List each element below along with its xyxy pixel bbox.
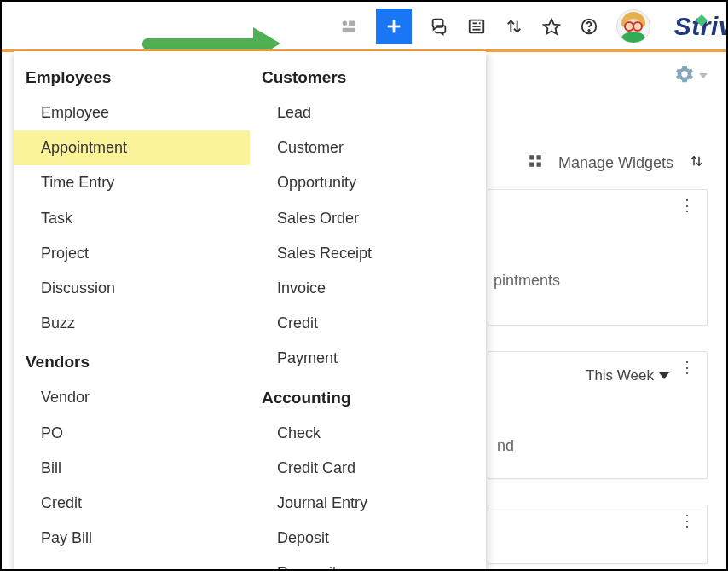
dropdown-item-time-entry[interactable]: Time Entry (14, 165, 250, 200)
svg-rect-18 (536, 163, 540, 167)
dropdown-item-vendor[interactable]: Vendor (14, 380, 250, 415)
news-icon[interactable] (466, 16, 487, 37)
time-range-label: This Week (586, 367, 654, 384)
dropdown-column-1: EmployeesEmployeeAppointmentTime EntryTa… (14, 66, 250, 571)
star-icon[interactable] (541, 16, 562, 37)
dropdown-item-check[interactable]: Check (250, 416, 486, 451)
card-menu-icon[interactable]: ⋮ (679, 364, 695, 372)
create-new-button[interactable] (376, 9, 412, 44)
svg-rect-1 (349, 20, 355, 25)
svg-marker-12 (544, 19, 559, 33)
dropdown-item-employee[interactable]: Employee (14, 95, 250, 130)
dashboard-card-1: ⋮ pintments (488, 189, 708, 326)
chevron-down-icon (699, 73, 708, 78)
dropdown-heading: Vendors (14, 341, 250, 380)
brand-logo[interactable]: Striven (674, 12, 706, 41)
card-menu-icon[interactable]: ⋮ (679, 202, 695, 210)
dashboard-card-2: This Week ⋮ nd (488, 351, 708, 479)
dropdown-item-journal-entry[interactable]: Journal Entry (250, 486, 486, 521)
manage-widgets-link[interactable]: Manage Widgets (558, 154, 673, 172)
dropdown-item-po[interactable]: PO (14, 416, 250, 451)
grid-icon[interactable] (528, 153, 543, 173)
dashboard-card-3: ⋮ (488, 505, 708, 564)
create-new-dropdown: EmployeesEmployeeAppointmentTime EntryTa… (14, 51, 486, 571)
dropdown-item-customer[interactable]: Customer (250, 130, 486, 165)
dropdown-item-task[interactable]: Task (14, 201, 250, 236)
svg-rect-15 (529, 155, 534, 159)
chat-icon[interactable] (429, 16, 449, 37)
svg-rect-17 (529, 163, 534, 167)
dropdown-heading: Accounting (250, 377, 486, 416)
sort-widgets-icon[interactable] (689, 153, 704, 173)
card2-text: nd (497, 437, 514, 455)
dropdown-item-credit[interactable]: Credit (14, 486, 250, 521)
dropdown-item-payment[interactable]: Payment (250, 341, 486, 376)
svg-point-0 (342, 20, 347, 25)
dropdown-item-project[interactable]: Project (14, 236, 250, 271)
user-avatar[interactable] (616, 9, 650, 43)
dropdown-item-reconcile[interactable]: Reconcile (250, 556, 486, 571)
dropdown-item-sales-receipt[interactable]: Sales Receipt (250, 236, 486, 271)
page-settings[interactable] (675, 65, 708, 87)
card-menu-icon[interactable]: ⋮ (679, 517, 695, 525)
dropdown-item-opportunity[interactable]: Opportunity (250, 165, 486, 200)
dashboard-icon[interactable] (338, 16, 359, 37)
dropdown-item-credit-card[interactable]: Credit Card (250, 451, 486, 486)
dropdown-item-deposit[interactable]: Deposit (250, 521, 486, 556)
app-header: Striven (2, 2, 726, 51)
dropdown-item-pay-bill[interactable]: Pay Bill (14, 521, 250, 556)
help-icon[interactable] (579, 16, 599, 37)
dropdown-item-lead[interactable]: Lead (250, 95, 486, 130)
time-range-selector[interactable]: This Week (586, 367, 669, 384)
svg-point-14 (588, 29, 589, 30)
svg-rect-16 (536, 155, 540, 159)
gear-icon (675, 65, 694, 87)
svg-rect-2 (342, 27, 355, 32)
dropdown-column-2: CustomersLeadCustomerOpportunitySales Or… (250, 66, 486, 571)
dropdown-heading: Employees (14, 66, 250, 95)
header-icon-group: Striven (338, 9, 706, 44)
dropdown-item-discussion[interactable]: Discussion (14, 271, 250, 306)
dropdown-item-sales-order[interactable]: Sales Order (250, 201, 486, 236)
card1-text: pintments (494, 272, 560, 290)
sort-icon[interactable] (504, 16, 524, 37)
dropdown-heading: Customers (250, 66, 486, 95)
chevron-down-icon (659, 372, 669, 379)
dropdown-item-appointment[interactable]: Appointment (14, 130, 250, 165)
dropdown-item-credit[interactable]: Credit (250, 306, 486, 341)
dropdown-item-bill[interactable]: Bill (14, 451, 250, 486)
widget-controls: Manage Widgets (528, 153, 704, 173)
dropdown-item-buzz[interactable]: Buzz (14, 306, 250, 341)
dropdown-item-invoice[interactable]: Invoice (250, 271, 486, 306)
